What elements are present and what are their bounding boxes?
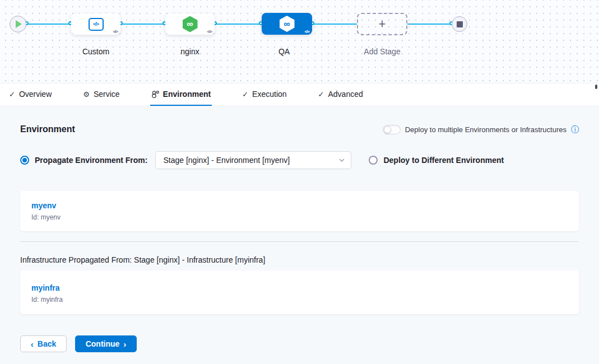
infrastructure-propagated-heading: Infrastructure Propagated From: Stage [n… <box>20 255 579 264</box>
tab-overview[interactable]: ✓ Overview <box>8 83 53 106</box>
check-icon: ✓ <box>9 90 15 99</box>
continue-button[interactable]: Continue › <box>75 335 137 352</box>
propagate-environment-label: Propagate Environment From: <box>35 156 147 165</box>
select-value: Stage [nginx] - Environment [myenv] <box>163 156 290 165</box>
tab-environment[interactable]: Environment <box>150 83 212 106</box>
infrastructure-card[interactable]: myinfra Id: myinfra <box>20 270 579 314</box>
deploy-stage-icon: ∞ <box>280 16 295 32</box>
environment-name-link[interactable]: myenv <box>31 201 568 210</box>
code-icon: </> <box>207 29 212 34</box>
deploy-stage-icon: ∞ <box>183 16 198 32</box>
stop-icon <box>457 21 463 27</box>
tab-label: Overview <box>19 90 52 99</box>
continue-button-label: Continue <box>86 339 120 348</box>
chevron-down-icon <box>338 157 345 164</box>
different-environment-label: Deploy to Different Environment <box>383 156 504 165</box>
tab-label: Execution <box>252 90 286 99</box>
infrastructure-id: Id: myinfra <box>31 296 568 304</box>
toggle-knob <box>384 126 391 133</box>
environment-panel: Environment Deploy to multiple Environme… <box>0 106 599 352</box>
code-icon: </> <box>304 29 309 34</box>
tab-execution[interactable]: ✓ Execution <box>241 83 287 106</box>
environment-id: Id: myenv <box>31 213 568 221</box>
multi-environments-toggle-label: Deploy to multiple Environments or Infra… <box>405 125 567 134</box>
code-icon: </> <box>113 29 118 34</box>
environment-card[interactable]: myenv Id: myenv <box>20 191 579 231</box>
back-button[interactable]: ‹ Back <box>20 335 67 352</box>
environment-icon <box>151 90 159 98</box>
edge-qa-addstage <box>313 24 357 25</box>
stage-label-add-stage: Add Stage <box>349 47 416 56</box>
tab-label: Environment <box>163 90 211 99</box>
plus-icon: + <box>379 18 386 30</box>
tab-service[interactable]: ⚙ Service <box>82 83 120 106</box>
propagate-environment-select[interactable]: Stage [nginx] - Environment [myenv] <box>155 151 351 169</box>
pipeline-end-node[interactable] <box>452 16 467 32</box>
section-title: Environment <box>20 124 75 134</box>
gear-icon: ⚙ <box>83 90 90 99</box>
different-environment-radio[interactable] <box>369 156 378 165</box>
multi-environments-toggle[interactable] <box>383 125 401 134</box>
infrastructure-name-link[interactable]: myinfra <box>31 283 568 292</box>
edge-custom-nginx <box>121 24 165 25</box>
edge-start-custom <box>26 24 71 25</box>
play-icon <box>16 20 22 28</box>
stage-label-nginx: nginx <box>156 47 224 56</box>
check-icon: ✓ <box>242 90 248 99</box>
pipeline-start-node[interactable] <box>10 16 26 32</box>
propagate-environment-radio[interactable] <box>20 156 29 165</box>
chevron-right-icon: › <box>123 340 126 348</box>
stage-tabbar: ✓ Overview ⚙ Service Environment ✓ Execu… <box>0 83 599 106</box>
tab-advanced[interactable]: ✓ Advanced <box>317 83 364 106</box>
stage-label-qa: QA <box>250 47 318 56</box>
pipeline-canvas[interactable]: </> </> Custom ∞ </> nginx ∞ </> QA + Ad… <box>0 0 599 83</box>
back-button-label: Back <box>38 339 56 348</box>
tab-label: Service <box>94 90 120 99</box>
custom-stage-icon: </> <box>89 18 104 31</box>
check-icon: ✓ <box>318 90 324 99</box>
stage-node-qa[interactable]: ∞ </> <box>262 13 312 35</box>
divider <box>20 241 579 242</box>
tab-label: Advanced <box>328 90 363 99</box>
edge-nginx-qa <box>215 24 262 25</box>
stage-label-custom: Custom <box>62 47 129 56</box>
chevron-left-icon: ‹ <box>31 340 34 348</box>
scrollbar-nub[interactable] <box>595 85 597 89</box>
stage-node-nginx[interactable]: ∞ </> <box>165 13 215 35</box>
stage-node-custom[interactable]: </> </> <box>71 13 120 35</box>
add-stage-button[interactable]: + <box>357 13 407 35</box>
info-icon[interactable]: ⓘ <box>571 125 579 133</box>
edge-addstage-end <box>407 24 456 25</box>
